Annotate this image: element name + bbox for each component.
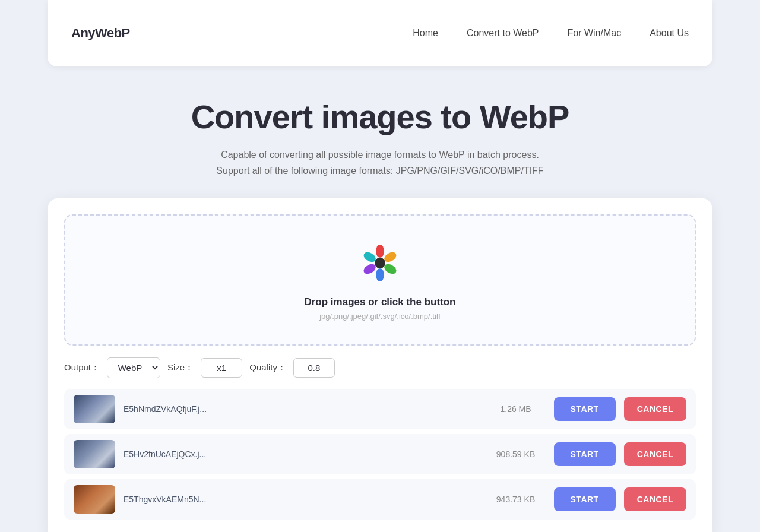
cancel-button[interactable]: CANCEL [624, 442, 686, 466]
start-button[interactable]: START [554, 487, 616, 511]
page-title: Convert images to WebP [12, 97, 748, 136]
nav-logo[interactable]: AnyWebP [71, 26, 130, 41]
nav-item-home[interactable]: Home [413, 28, 438, 39]
nav-link-convert[interactable]: Convert to WebP [467, 28, 539, 38]
quality-label: Quality： [249, 362, 286, 373]
drop-subtitle: jpg/.png/.jpeg/.gif/.svg/.ico/.bmp/.tiff [319, 312, 441, 321]
file-thumbnail [74, 485, 115, 514]
file-size: 1.26 MB [486, 404, 546, 414]
size-input[interactable] [201, 358, 242, 378]
nav-links: Home Convert to WebP For Win/Mac About U… [413, 28, 689, 39]
file-name: E5hNmdZVkAQfjuF.j... [124, 404, 478, 414]
table-row: E5hNmdZVkAQfjuF.j... 1.26 MB START CANCE… [64, 389, 696, 429]
flower-icon [359, 242, 401, 284]
hero-description-1: Capable of converting all possible image… [12, 147, 748, 163]
file-name: E5ThgvxVkAEMn5N... [124, 495, 478, 504]
quality-input[interactable] [293, 358, 335, 378]
cancel-button[interactable]: CANCEL [624, 487, 686, 511]
cancel-button[interactable]: CANCEL [624, 397, 686, 421]
nav-link-about[interactable]: About Us [650, 28, 689, 38]
main-card: Drop images or click the button jpg/.png… [48, 198, 712, 532]
hero-description-2: Support all of the following image forma… [12, 163, 748, 179]
svg-point-4 [376, 268, 384, 281]
output-select[interactable]: WebP [107, 357, 160, 378]
file-list: E5hNmdZVkAQfjuF.j... 1.26 MB START CANCE… [64, 389, 696, 524]
table-row: E5ThgvxVkAEMn5N... 943.73 KB START CANCE… [64, 479, 696, 520]
start-button[interactable]: START [554, 397, 616, 421]
size-label: Size： [167, 362, 194, 373]
nav-link-home[interactable]: Home [413, 28, 438, 38]
drop-zone[interactable]: Drop images or click the button jpg/.png… [64, 214, 696, 346]
nav-item-win-mac[interactable]: For Win/Mac [568, 28, 622, 39]
output-label: Output： [64, 362, 100, 373]
nav-link-win-mac[interactable]: For Win/Mac [568, 28, 622, 38]
drop-title: Drop images or click the button [304, 296, 455, 308]
table-row: E5Hv2fnUcAEjQCx.j... 908.59 KB START CAN… [64, 434, 696, 474]
file-thumbnail [74, 440, 115, 468]
svg-point-1 [376, 245, 384, 258]
navbar: AnyWebP Home Convert to WebP For Win/Mac… [48, 0, 712, 66]
file-size: 908.59 KB [486, 449, 546, 459]
hero-section: Convert images to WebP Capable of conver… [0, 66, 760, 193]
file-thumbnail [74, 395, 115, 423]
nav-item-convert[interactable]: Convert to WebP [467, 28, 539, 39]
start-button[interactable]: START [554, 442, 616, 466]
controls-row: Output： WebP Size： Quality： [64, 357, 696, 378]
svg-point-7 [375, 258, 385, 268]
nav-item-about[interactable]: About Us [650, 28, 689, 39]
file-size: 943.73 KB [486, 495, 546, 504]
file-name: E5Hv2fnUcAEjQCx.j... [124, 449, 478, 459]
